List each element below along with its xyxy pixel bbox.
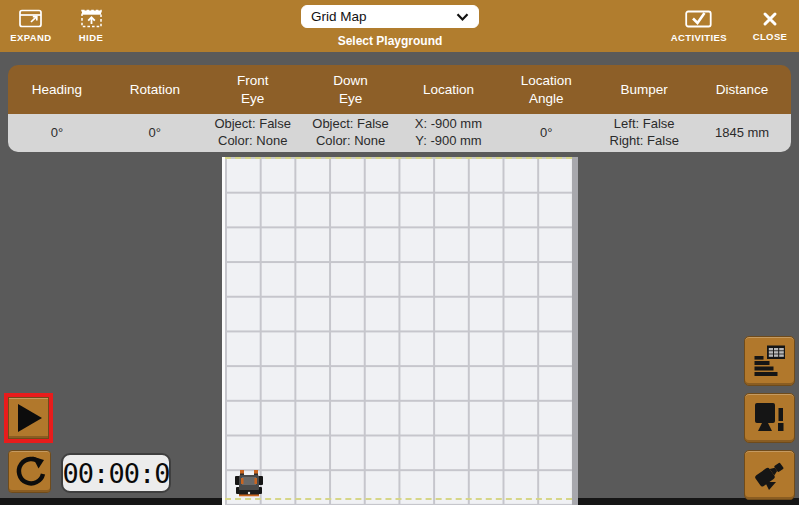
reset-button[interactable] [8,450,51,493]
value-rotation: 0° [106,114,204,152]
column-header-front-eye: Front Eye [204,65,302,114]
toolbar-right-group: ACTIVITIES CLOSE [669,0,793,52]
column-header-location: Location [400,65,498,114]
column-header-rotation: Rotation [106,65,204,114]
sensor-dashboard-values: 0° 0° Object: False Color: None Object: … [8,114,791,152]
column-header-heading: Heading [8,65,106,114]
playground-select[interactable]: Grid Map [301,5,479,28]
sensor-dashboard: Heading Rotation Front Eye Down Eye Loca… [8,65,791,152]
close-button-label: CLOSE [753,31,788,42]
hide-window-icon [81,9,102,28]
playground-select-value: Grid Map [311,9,367,24]
play-icon [14,402,44,434]
value-heading: 0° [8,114,106,152]
value-down-eye: Object: False Color: None [302,114,400,152]
timer-display: 00:00:0 [61,453,171,493]
expand-window-icon [19,9,43,28]
expand-button-label: EXPAND [10,32,51,43]
top-toolbar: EXPAND HIDE Grid Map Select Playg [0,0,799,52]
sensor-dashboard-header: Heading Rotation Front Eye Down Eye Loca… [8,65,791,114]
chevron-down-icon [456,13,469,21]
dashboard-table-icon [752,343,788,379]
playground-select-group: Grid Map Select Playground [296,5,484,48]
close-x-icon [762,11,778,27]
column-header-down-eye: Down Eye [302,65,400,114]
dashboard-toggle-button[interactable] [744,336,795,386]
expand-button[interactable]: EXPAND [8,5,54,47]
playground-grid-map [222,157,578,505]
monitor-pen-icon [752,400,788,436]
camera-button[interactable] [744,450,795,500]
toolbar-left-group: EXPAND HIDE [8,0,114,52]
hide-button-label: HIDE [79,32,103,43]
playground-select-caption: Select Playground [296,34,484,48]
play-button[interactable] [8,397,49,439]
camera-icon [752,457,788,493]
timer-value: 00:00:0 [63,458,170,489]
value-location: X: -900 mm Y: -900 mm [400,114,498,152]
value-bumper: Left: False Right: False [595,114,693,152]
activities-button-label: ACTIVITIES [671,32,727,43]
robot-sprite[interactable] [232,467,266,501]
column-header-distance: Distance [693,65,791,114]
activities-button[interactable]: ACTIVITIES [669,5,729,47]
hide-button[interactable]: HIDE [68,5,114,47]
main-area: Heading Rotation Front Eye Down Eye Loca… [0,52,799,505]
activities-check-icon [685,9,712,28]
column-header-location-angle: Location Angle [497,65,595,114]
value-location-angle: 0° [497,114,595,152]
reset-counterclockwise-icon [12,454,48,490]
value-front-eye: Object: False Color: None [204,114,302,152]
play-button-highlight [4,393,53,443]
close-button[interactable]: CLOSE [747,7,793,46]
robot-monitor-button[interactable] [744,393,795,443]
column-header-bumper: Bumper [595,65,693,114]
value-distance: 1845 mm [693,114,791,152]
